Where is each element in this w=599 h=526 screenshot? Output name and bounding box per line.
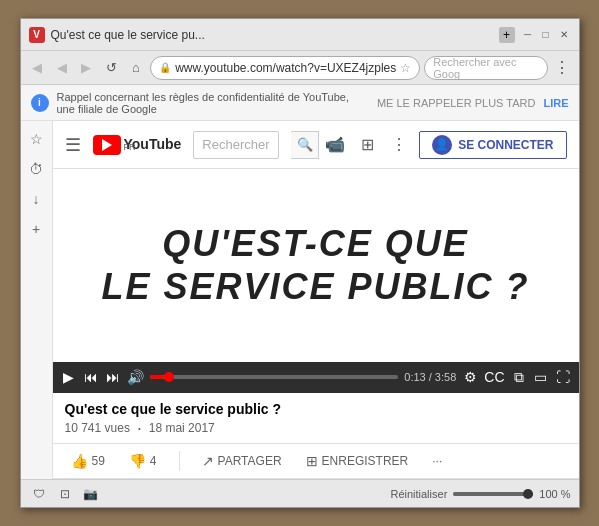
forward-button[interactable]: ▶ <box>76 57 97 79</box>
save-button[interactable]: ⊞ ENREGISTRER <box>300 450 415 472</box>
youtube-region-text: FR <box>124 143 182 152</box>
youtube-header-right: 📹 ⊞ ⋮ 👤 SE CONNECTER <box>323 131 566 159</box>
back2-button[interactable]: ◀ <box>51 57 72 79</box>
play-button[interactable]: ▶ <box>61 369 77 385</box>
youtube-search-bar[interactable]: Rechercher <box>193 131 279 159</box>
pip-button[interactable]: ⧉ <box>511 369 527 386</box>
sidebar-bookmark[interactable]: ☆ <box>24 127 48 151</box>
url-text: www.youtube.com/watch?v=UXEZ4jzples <box>175 61 396 75</box>
youtube-grid-icon[interactable]: ⊞ <box>355 133 379 157</box>
video-title-line2: LE SERVICE PUBLIC ? <box>101 265 529 308</box>
taskbar-screenshot-icon[interactable]: 📷 <box>81 484 101 504</box>
browser-menu-button[interactable]: ⋮ <box>552 57 573 79</box>
main-area: ☆ ⏱ ↓ + ☰ YouTube FR Reche <box>21 121 579 479</box>
video-info: Qu'est ce que le service public ? 10 741… <box>53 393 579 444</box>
like-button[interactable]: 👍 59 <box>65 450 111 472</box>
zoom-slider-dot <box>523 489 533 499</box>
taskbar-reset-label[interactable]: Réinitialiser <box>390 488 447 500</box>
theater-button[interactable]: ▭ <box>533 369 549 385</box>
minimize-button[interactable]: ─ <box>521 28 535 42</box>
video-title-line1: QU'EST-CE QUE <box>101 222 529 265</box>
home-button[interactable]: ⌂ <box>125 57 146 79</box>
share-label: PARTAGER <box>218 454 282 468</box>
window-controls: ─ □ ✕ <box>521 28 571 42</box>
settings-button[interactable]: ⚙ <box>462 369 478 385</box>
reload-button[interactable]: ↺ <box>101 57 122 79</box>
fullscreen-button[interactable]: ⛶ <box>555 369 571 385</box>
youtube-signin-label: SE CONNECTER <box>458 138 553 152</box>
youtube-logo-icon <box>93 135 121 155</box>
youtube-search-button[interactable]: 🔍 <box>291 131 319 159</box>
cc-button[interactable]: CC <box>484 369 504 385</box>
nav-bar: ◀ ◀ ▶ ↺ ⌂ 🔒 www.youtube.com/watch?v=UXEZ… <box>21 51 579 85</box>
video-controls: ▶ ⏮ ⏭ 🔊 0:13 / 3:58 ⚙ CC ⧉ ▭ ⛶ <box>53 362 579 394</box>
notification-icon: i <box>31 94 49 112</box>
time-display: 0:13 / 3:58 <box>404 371 456 383</box>
like-count: 59 <box>92 454 105 468</box>
notification-text: Rappel concernant les règles de confiden… <box>57 91 369 115</box>
youtube-logo[interactable]: YouTube FR <box>93 135 182 155</box>
video-container: QU'EST-CE QUE LE SERVICE PUBLIC ? ▶ ⏮ ⏭ … <box>53 169 579 479</box>
dislike-icon: 👎 <box>129 453 146 469</box>
video-date: 18 mai 2017 <box>149 421 215 435</box>
title-bar: V Qu'est ce que le service pu... + ─ □ ✕ <box>21 19 579 51</box>
progress-dot <box>164 372 174 382</box>
video-meta: 10 741 vues • 18 mai 2017 <box>65 421 567 435</box>
youtube-header: ☰ YouTube FR Rechercher 🔍 📹 ⊞ <box>53 121 579 169</box>
sidebar: ☆ ⏱ ↓ + <box>21 121 53 479</box>
save-label: ENREGISTRER <box>322 454 409 468</box>
bookmark-icon[interactable]: ☆ <box>400 61 411 75</box>
more-button[interactable]: ··· <box>426 451 448 471</box>
video-frame[interactable]: QU'EST-CE QUE LE SERVICE PUBLIC ? <box>53 169 579 362</box>
address-bar[interactable]: 🔒 www.youtube.com/watch?v=UXEZ4jzples ☆ <box>150 56 420 80</box>
volume-button[interactable]: 🔊 <box>127 369 144 385</box>
search-box[interactable]: Rechercher avec Goog <box>424 56 548 80</box>
youtube-more-icon[interactable]: ⋮ <box>387 133 411 157</box>
zoom-slider[interactable] <box>453 492 533 496</box>
video-info-title: Qu'est ce que le service public ? <box>65 401 567 417</box>
title-bar-text: Qu'est ce que le service pu... <box>51 28 493 42</box>
next-button[interactable]: ⏭ <box>105 369 121 385</box>
read-button[interactable]: LIRE <box>543 97 568 109</box>
video-title-overlay: QU'EST-CE QUE LE SERVICE PUBLIC ? <box>101 222 529 308</box>
like-icon: 👍 <box>71 453 88 469</box>
share-icon: ↗ <box>202 453 214 469</box>
youtube-signin-avatar: 👤 <box>432 135 452 155</box>
save-icon: ⊞ <box>306 453 318 469</box>
dislike-button[interactable]: 👎 4 <box>123 450 163 472</box>
zoom-slider-fill <box>453 492 533 496</box>
search-placeholder-text: Rechercher avec Goog <box>433 56 539 80</box>
secure-icon: 🔒 <box>159 62 171 73</box>
youtube-content: ☰ YouTube FR Rechercher 🔍 📹 ⊞ <box>53 121 579 479</box>
more-icon: ··· <box>432 454 442 468</box>
video-content: QU'EST-CE QUE LE SERVICE PUBLIC ? <box>53 169 579 362</box>
skip-back-button[interactable]: ⏮ <box>83 369 99 385</box>
new-tab-button[interactable]: + <box>499 27 515 43</box>
action-separator <box>179 451 180 471</box>
progress-bar[interactable] <box>150 375 399 379</box>
notification-bar: i Rappel concernant les règles de confid… <box>21 85 579 121</box>
youtube-signin-button[interactable]: 👤 SE CONNECTER <box>419 131 566 159</box>
close-button[interactable]: ✕ <box>557 28 571 42</box>
remind-later-button[interactable]: ME LE RAPPELER PLUS TARD <box>377 97 536 109</box>
taskbar-shield-icon[interactable]: 🛡 <box>29 484 49 504</box>
progress-fill <box>150 375 164 379</box>
browser-logo: V <box>29 27 45 43</box>
video-actions: 👍 59 👎 4 ↗ PARTAGER ⊞ ENREGISTRER <box>53 444 579 479</box>
taskbar-zoom-label: 100 % <box>539 488 570 500</box>
sidebar-add[interactable]: + <box>24 217 48 241</box>
sidebar-history[interactable]: ⏱ <box>24 157 48 181</box>
youtube-play-triangle <box>102 139 112 151</box>
sidebar-download[interactable]: ↓ <box>24 187 48 211</box>
youtube-search-placeholder: Rechercher <box>202 137 270 152</box>
share-button[interactable]: ↗ PARTAGER <box>196 450 288 472</box>
youtube-menu-icon[interactable]: ☰ <box>65 134 81 156</box>
taskbar-window-icon[interactable]: ⊡ <box>55 484 75 504</box>
video-views: 10 741 vues <box>65 421 130 435</box>
youtube-camera-icon[interactable]: 📹 <box>323 133 347 157</box>
back-button[interactable]: ◀ <box>27 57 48 79</box>
taskbar: 🛡 ⊡ 📷 Réinitialiser 100 % <box>21 479 579 507</box>
right-controls: ⚙ CC ⧉ ▭ ⛶ <box>462 369 570 386</box>
meta-separator: • <box>138 424 141 433</box>
maximize-button[interactable]: □ <box>539 28 553 42</box>
